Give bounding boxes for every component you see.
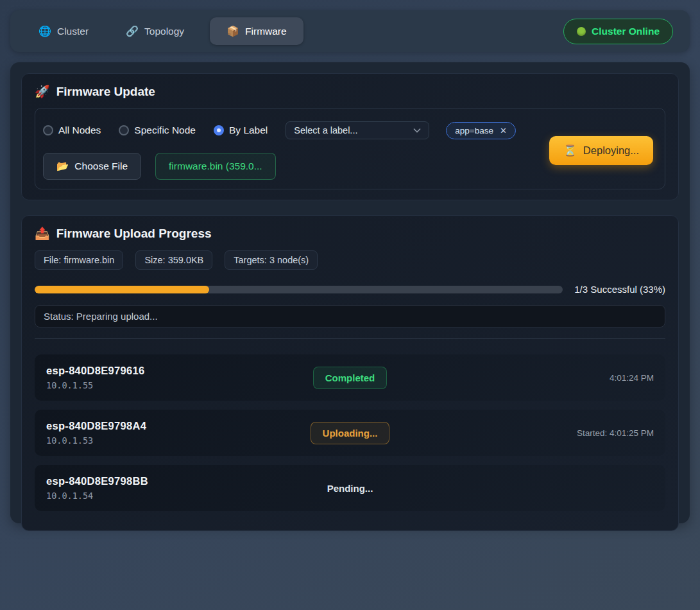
label-tag-text: app=base: [455, 126, 493, 135]
upload-progress-title: 📤 Firmware Upload Progress: [35, 226, 665, 241]
selected-file-label: firmware.bin (359.0...: [169, 161, 262, 172]
tab-cluster[interactable]: 🌐 Cluster: [27, 17, 100, 45]
rocket-icon: 🚀: [35, 84, 50, 99]
cluster-status-badge: Cluster Online: [563, 19, 673, 44]
update-controls-box: All Nodes Specific Node By Label Select …: [35, 108, 665, 189]
globe-icon: 🌐: [38, 25, 51, 37]
node-name: esp-840D8E979616: [46, 365, 313, 377]
node-ip: 10.0.1.53: [46, 435, 311, 446]
package-icon: 📦: [226, 25, 239, 37]
node-ip: 10.0.1.55: [46, 380, 313, 390]
upload-progress-card: 📤 Firmware Upload Progress File: firmwar…: [21, 215, 679, 531]
top-nav: 🌐 Cluster 🔗 Topology 📦 Firmware Cluster …: [10, 10, 690, 52]
progress-label: 1/3 Successful (33%): [574, 284, 665, 295]
node-time: Started: 4:01:25 PM: [577, 428, 654, 438]
firmware-update-title-text: Firmware Update: [56, 85, 155, 99]
tab-firmware-label: Firmware: [245, 26, 287, 37]
deploy-button[interactable]: ⏳ Deploying...: [549, 136, 653, 165]
choose-file-label: Choose File: [74, 161, 128, 172]
node-status: Uploading...: [311, 422, 390, 444]
label-tag-app-base: app=base ✕: [446, 122, 516, 139]
file-size-badge: Size: 359.0KB: [135, 250, 212, 270]
node-row-1: esp-840D8E979616 10.0.1.55 Completed 4:0…: [35, 354, 665, 401]
label-select-value: Select a label...: [294, 125, 357, 135]
radio-by-label[interactable]: By Label: [214, 125, 268, 136]
tag-remove-icon[interactable]: ✕: [500, 126, 507, 135]
node-ip: 10.0.1.54: [46, 491, 327, 501]
node-row-3: esp-840D8E9798BB 10.0.1.54 Pending...: [35, 465, 665, 511]
divider: [35, 338, 665, 339]
firmware-update-title: 🚀 Firmware Update: [35, 84, 665, 99]
outbox-tray-icon: 📤: [35, 226, 50, 241]
selected-file-button[interactable]: firmware.bin (359.0...: [155, 153, 276, 180]
tab-topology-label: Topology: [144, 26, 184, 37]
label-select-dropdown[interactable]: Select a label...: [286, 121, 429, 139]
upload-status-text: Status: Preparing upload...: [44, 311, 158, 322]
choose-file-button[interactable]: 📂 Choose File: [43, 153, 141, 180]
online-dot-icon: [577, 27, 586, 36]
targets-badge: Targets: 3 node(s): [225, 250, 318, 270]
chevron-down-icon: [413, 128, 421, 133]
node-time: 4:01:24 PM: [610, 373, 654, 383]
cluster-status-label: Cluster Online: [592, 26, 660, 37]
node-name: esp-840D8E9798A4: [46, 420, 311, 432]
radio-all-nodes[interactable]: All Nodes: [43, 125, 101, 136]
upload-meta-row: File: firmware.bin Size: 359.0KB Targets…: [35, 250, 665, 270]
progress-bar: [35, 286, 563, 293]
progress-row: 1/3 Successful (33%): [35, 284, 665, 295]
node-name: esp-840D8E9798BB: [46, 475, 327, 487]
main-panel: 🚀 Firmware Update All Nodes Specific Nod…: [10, 62, 690, 523]
radio-by-label-label: By Label: [229, 125, 268, 136]
folder-icon: 📂: [56, 161, 69, 172]
radio-all-nodes-label: All Nodes: [58, 125, 101, 136]
upload-status-box: Status: Preparing upload...: [35, 305, 665, 327]
link-icon: 🔗: [126, 25, 139, 37]
radio-by-label-dot[interactable]: [214, 125, 224, 135]
tab-topology[interactable]: 🔗 Topology: [114, 17, 196, 45]
deploy-button-label: Deploying...: [583, 144, 639, 157]
upload-progress-title-text: Firmware Upload Progress: [56, 227, 212, 241]
node-status: Pending...: [327, 477, 374, 500]
radio-specific-node-dot[interactable]: [119, 125, 129, 135]
radio-specific-node-label: Specific Node: [134, 125, 196, 136]
node-status: Completed: [313, 367, 388, 389]
progress-fill: [35, 286, 209, 293]
tab-firmware[interactable]: 📦 Firmware: [210, 17, 303, 45]
node-row-2: esp-840D8E9798A4 10.0.1.53 Uploading... …: [35, 410, 665, 456]
firmware-update-card: 🚀 Firmware Update All Nodes Specific Nod…: [21, 73, 679, 200]
file-name-badge: File: firmware.bin: [35, 250, 123, 270]
radio-specific-node[interactable]: Specific Node: [119, 125, 196, 136]
radio-all-nodes-dot[interactable]: [43, 125, 53, 135]
tab-cluster-label: Cluster: [57, 26, 89, 37]
hourglass-icon: ⏳: [563, 144, 577, 157]
